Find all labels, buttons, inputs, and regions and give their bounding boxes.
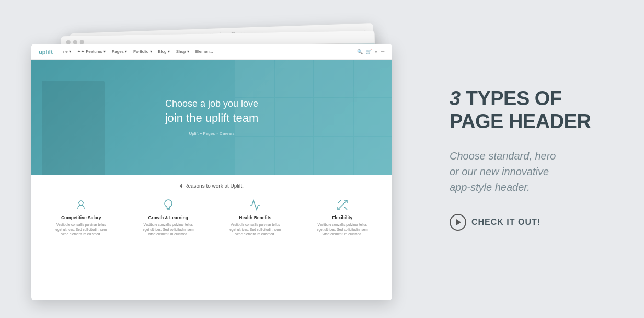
flexibility-title: Flexibility: [332, 215, 352, 220]
nav-item-1: ✦✦ Features ▾: [77, 49, 106, 54]
cart-icon: 🛒: [366, 49, 372, 54]
nav-item-2: Pages ▾: [112, 49, 127, 54]
right-content: 3 TYPES OFPAGE HEADER Choose standard, h…: [439, 87, 613, 230]
flexibility-icon: [335, 197, 350, 213]
feature-learning: Growth & Learning Vestibule convallis pu…: [142, 197, 194, 236]
nav-icons: 🔍 🛒 ♥ ☰: [357, 49, 385, 54]
hero-line1: Choose a job you love: [165, 98, 259, 109]
cta-label: CHECK IT OUT!: [472, 218, 540, 227]
nav-logo: uplift: [39, 49, 53, 55]
mock-card-front: uplift ne ▾ ✦✦ Features ▾ Pages ▾ Portfo…: [31, 44, 392, 300]
cta-button[interactable]: CHECK IT OUT!: [450, 214, 540, 231]
feature-health: Health Benefits Vestibule convallis pulv…: [229, 197, 281, 236]
hero-title: Choose a job you love join the uplift te…: [165, 98, 259, 125]
cta-play-icon: [450, 214, 466, 231]
headline-number: 3: [450, 87, 461, 109]
back1-url: [87, 37, 370, 41]
health-icon: [247, 197, 263, 213]
nav-item-4: Blog ▾: [158, 49, 170, 54]
hero-person-bg: [42, 81, 105, 175]
menu-icon: ☰: [381, 49, 385, 54]
learning-text: Vestibule convallis pulvinar tellus eget…: [142, 222, 194, 236]
hero-line2: join the uplift team: [165, 111, 259, 125]
subtext: Choose standard, heroor our new innovati…: [450, 148, 613, 195]
salary-icon: [73, 197, 89, 213]
mock-nav: uplift ne ▾ ✦✦ Features ▾ Pages ▾ Portfo…: [31, 44, 392, 60]
salary-title: Competitive Salary: [61, 215, 101, 220]
learning-icon: [160, 197, 176, 213]
heart-icon: ♥: [375, 49, 377, 54]
feature-flexibility: Flexibility Vestibule convallis pulvinar…: [316, 197, 369, 236]
mock-hero: Choose a job you love join the uplift te…: [31, 60, 392, 175]
content-title: 4 Reasons to work at Uplift.: [40, 183, 384, 189]
nav-item-0: ne ▾: [63, 49, 71, 54]
headline: 3 TYPES OFPAGE HEADER: [450, 87, 613, 133]
nav-item-5: Shop ▾: [176, 49, 189, 54]
nav-item-6: Elemen...: [196, 49, 213, 54]
hero-grid-bg: [235, 60, 392, 175]
nav-item-3: Portfolio ▾: [133, 49, 152, 54]
search-icon: 🔍: [357, 49, 363, 54]
health-title: Health Benefits: [239, 215, 271, 220]
features-row: Competitive Salary Vestibule convallis p…: [40, 197, 384, 236]
mock-content: 4 Reasons to work at Uplift. Competitive…: [31, 175, 392, 245]
headline-rest: TYPES OFPAGE HEADER: [450, 87, 591, 132]
hero-breadcrumb: Uplift » Pages » Careers: [189, 131, 234, 136]
health-text: Vestibule convallis pulvinar tellus eget…: [229, 222, 281, 236]
main-container: Services: Classic. ... uplift ne ▾ ✦✦ Fe…: [0, 0, 644, 318]
flexibility-text: Vestibule convallis pulvinar tellus eget…: [316, 222, 369, 236]
mockup-stack: Services: Classic. ... uplift ne ▾ ✦✦ Fe…: [31, 23, 408, 295]
svg-point-0: [79, 201, 83, 205]
learning-title: Growth & Learning: [148, 215, 189, 220]
salary-text: Vestibule convallis pulvinar tellus eget…: [55, 222, 107, 236]
feature-salary: Competitive Salary Vestibule convallis p…: [55, 197, 107, 236]
